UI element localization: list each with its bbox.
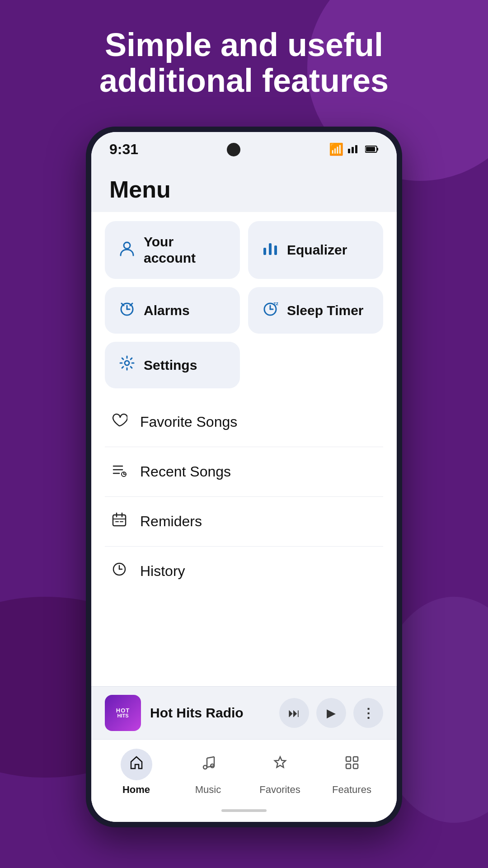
svg-rect-2 <box>355 145 357 153</box>
star-icon <box>272 755 288 774</box>
recent-songs-item[interactable]: Recent Songs <box>105 447 383 497</box>
skip-icon: ⏭ <box>288 706 300 720</box>
signal-icon <box>348 142 361 156</box>
svg-rect-8 <box>269 243 272 255</box>
menu-title: Menu <box>109 176 379 203</box>
status-icons: 📶 <box>329 142 379 156</box>
svg-rect-7 <box>263 248 266 255</box>
svg-rect-42 <box>353 757 358 761</box>
history-label: History <box>140 563 185 580</box>
svg-rect-26 <box>113 515 126 526</box>
account-icon <box>118 240 136 261</box>
favorites-nav-label: Favorites <box>259 784 300 796</box>
more-icon: ⋮ <box>362 706 375 721</box>
wifi-icon: 📶 <box>329 142 343 156</box>
play-icon: ▶ <box>327 706 336 720</box>
status-bar: 9:31 📶 <box>91 132 397 162</box>
nav-home[interactable]: Home <box>114 749 159 796</box>
station-logo-line2: HITS <box>117 713 128 718</box>
svg-point-6 <box>124 242 130 249</box>
your-account-label: Youraccount <box>144 234 196 266</box>
svg-rect-1 <box>352 147 354 153</box>
more-button[interactable]: ⋮ <box>353 698 383 728</box>
status-time: 9:31 <box>109 141 138 158</box>
menu-header: Menu <box>91 162 397 212</box>
svg-rect-44 <box>353 764 358 769</box>
alarms-label: Alarms <box>144 302 190 319</box>
sleep-timer-icon: zz <box>262 300 279 321</box>
now-playing-bar: HOT HITS Hot Hits Radio ⏭ ▶ ⋮ <box>91 686 397 739</box>
equalizer-icon <box>262 240 279 261</box>
nav-features[interactable]: Features <box>329 749 375 796</box>
music-icon-wrap <box>192 749 224 780</box>
battery-icon <box>365 142 379 156</box>
svg-rect-0 <box>348 149 350 153</box>
now-playing-controls: ⏭ ▶ ⋮ <box>279 698 383 728</box>
your-account-button[interactable]: Youraccount <box>105 221 240 279</box>
sleep-timer-label: Sleep Timer <box>287 302 364 319</box>
menu-grid: Youraccount Equalizer <box>91 212 397 397</box>
home-icon <box>129 755 144 774</box>
station-logo: HOT HITS <box>105 695 141 731</box>
phone-mockup: 9:31 📶 <box>86 127 402 827</box>
svg-rect-41 <box>346 757 351 761</box>
headline: Simple and useful additional features <box>0 27 488 99</box>
svg-rect-5 <box>366 147 375 151</box>
alarms-button[interactable]: Alarms <box>105 287 240 334</box>
grid-icon <box>344 755 360 774</box>
settings-label: Settings <box>144 357 197 373</box>
svg-text:zz: zz <box>273 301 279 306</box>
svg-rect-9 <box>274 245 277 255</box>
heart-icon <box>109 412 129 432</box>
features-icon-wrap <box>336 749 368 780</box>
svg-line-40 <box>207 757 214 758</box>
history-item[interactable]: History <box>105 547 383 596</box>
equalizer-button[interactable]: Equalizer <box>248 221 383 279</box>
nav-favorites[interactable]: Favorites <box>258 749 303 796</box>
svg-rect-43 <box>346 764 351 769</box>
equalizer-label: Equalizer <box>287 242 347 258</box>
scroll-indicator <box>221 809 267 812</box>
history-icon <box>109 561 129 581</box>
settings-button[interactable]: Settings <box>105 342 240 388</box>
features-nav-label: Features <box>332 784 371 796</box>
play-button[interactable]: ▶ <box>316 698 346 728</box>
favorite-songs-item[interactable]: Favorite Songs <box>105 397 383 447</box>
skip-button[interactable]: ⏭ <box>279 698 309 728</box>
sleep-timer-button[interactable]: zz Sleep Timer <box>248 287 383 334</box>
home-nav-label: Home <box>122 784 150 796</box>
nav-music[interactable]: Music <box>186 749 231 796</box>
reminders-label: Remiders <box>140 513 202 530</box>
favorite-songs-label: Favorite Songs <box>140 414 237 430</box>
recent-songs-icon <box>109 462 129 482</box>
home-icon-wrap <box>121 749 152 780</box>
favorites-icon-wrap <box>264 749 296 780</box>
svg-point-19 <box>125 361 129 365</box>
menu-list: Favorite Songs Recent Songs <box>91 397 397 686</box>
music-icon <box>201 755 216 774</box>
camera-cutout <box>227 143 240 156</box>
bottom-navigation: Home <box>91 739 397 809</box>
reminders-item[interactable]: Remiders <box>105 497 383 547</box>
svg-rect-4 <box>377 148 378 151</box>
music-nav-label: Music <box>195 784 221 796</box>
screen-content: Menu Youraccount <box>91 162 397 822</box>
settings-icon <box>118 354 136 376</box>
reminders-icon <box>109 511 129 532</box>
station-name: Hot Hits Radio <box>150 705 270 721</box>
recent-songs-label: Recent Songs <box>140 463 231 480</box>
alarm-icon <box>118 300 136 321</box>
